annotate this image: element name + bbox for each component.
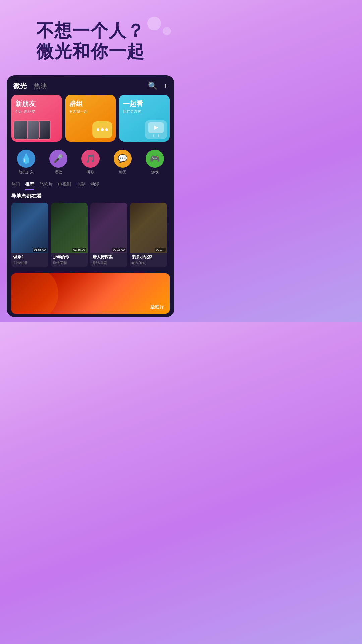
groups-title: 群组 (69, 99, 112, 108)
movie-genre-m1: 剧情/犯罪 (11, 261, 48, 267)
movie-duration-m4: 02:1... (155, 248, 166, 252)
movie-thumb-bg-m3 (90, 203, 127, 253)
movies-section: 异地恋都在看 01:58:00 误杀2 剧情/犯罪 02:35:00 少年的你 … (7, 193, 174, 271)
category-tabs: 热门 推荐 恐怖片 电视剧 电影 动漫 (7, 179, 174, 193)
movie-thumb-tangrenjie: 02:16:00 (90, 203, 127, 253)
watch-together-title: 一起看 (123, 99, 166, 108)
watch-together-sub: 陪伴更温暖 (123, 109, 166, 114)
tv-leg-right (158, 134, 159, 137)
deco-circle-small (163, 27, 171, 35)
movie-genre-m2: 剧情/爱情 (51, 261, 88, 267)
search-icon[interactable]: 🔍 (148, 82, 157, 90)
sing-icon-wrap: 🎤 (49, 150, 67, 168)
game-icon-wrap: 🎮 (146, 150, 164, 168)
tv-screen (148, 122, 164, 133)
dot-2 (101, 128, 104, 131)
movie-genre-m4: 动作/奇幻 (130, 261, 167, 267)
random-join-icon-wrap: 💧 (17, 150, 35, 168)
cat-tab-anime[interactable]: 动漫 (90, 181, 99, 190)
section-title: 异地恋都在看 (11, 193, 170, 199)
movie-duration-m3: 02:16:00 (112, 248, 126, 252)
feature-cards-row: 新朋友 4.6万新朋友 群组 有趣聚一起 一起看 陪伴更温暖 (7, 95, 174, 146)
dot-row (97, 128, 108, 131)
movie-genre-m3: 悬疑/喜剧 (90, 261, 127, 267)
feature-card-watch-together[interactable]: 一起看 陪伴更温暖 (119, 95, 170, 142)
sing-icon: 🎤 (53, 154, 63, 163)
game-label: 游戏 (151, 170, 159, 175)
listen-icon-wrap: 🎵 (81, 150, 100, 168)
groups-sub: 有趣聚一起 (69, 109, 112, 114)
random-join-icon: 💧 (20, 153, 32, 164)
func-listen[interactable]: 🎵 听歌 (81, 150, 100, 175)
movie-card-shaoniandeni[interactable]: 02:35:00 少年的你 剧情/爱情 (51, 203, 88, 267)
movie-title-m1: 误杀2 (11, 253, 48, 261)
deco-circle-large (147, 17, 161, 30)
movie-title-m2: 少年的你 (51, 253, 88, 261)
movie-thumb-shaoniandeni: 02:35:00 (51, 203, 88, 253)
nav-tab-weiguang[interactable]: 微光 (13, 82, 27, 91)
add-icon[interactable]: + (163, 82, 168, 90)
movie-title-m4: 刺杀小说家 (130, 253, 167, 261)
hero-title: 不想一个人？ 微光和你一起 (10, 20, 171, 62)
movie-thumb-cisha: 02:1... (130, 203, 167, 253)
hero-section: 不想一个人？ 微光和你一起 (0, 0, 181, 72)
func-game[interactable]: 🎮 游戏 (146, 150, 164, 175)
tv-leg-left (153, 134, 154, 137)
bottom-preview-label: 放映厅 (150, 304, 164, 310)
cat-tab-recommend[interactable]: 推荐 (25, 181, 34, 190)
listen-icon: 🎵 (85, 154, 96, 163)
new-friends-sub: 4.6万新朋友 (15, 109, 58, 114)
avatar-1 (13, 120, 28, 140)
chat-label: 聊天 (119, 170, 126, 175)
tv-legs (153, 134, 159, 137)
movie-thumb-bg-m4 (130, 203, 167, 253)
new-friends-title: 新朋友 (15, 99, 58, 108)
movie-card-wusha2[interactable]: 01:58:00 误杀2 剧情/犯罪 (11, 203, 48, 267)
movie-thumb-bg-m2 (51, 203, 88, 253)
movie-thumb-wusha2: 01:58:00 (11, 203, 48, 253)
nav-actions: 🔍 + (148, 82, 168, 90)
tv-icon (145, 120, 167, 139)
movie-title-m3: 唐人街探案 (90, 253, 127, 261)
chat-icon: 💬 (118, 154, 128, 163)
nav-bar: 微光 热映 🔍 + (7, 75, 174, 95)
sing-label: 唱歌 (55, 170, 62, 175)
movie-card-cisha[interactable]: 02:1... 刺杀小说家 动作/奇幻 (130, 203, 167, 267)
play-icon (154, 126, 158, 130)
nav-tab-hotscreen[interactable]: 热映 (34, 82, 47, 91)
cat-tab-horror[interactable]: 恐怖片 (40, 181, 53, 190)
movie-card-tangrenjie[interactable]: 02:16:00 唐人街探案 悬疑/喜剧 (90, 203, 127, 267)
people-stack (13, 120, 48, 140)
dot-1 (97, 128, 99, 131)
app-card: 微光 热映 🔍 + 新朋友 4.6万新朋友 群组 有趣聚一起 (7, 75, 174, 317)
func-chat[interactable]: 💬 聊天 (114, 150, 132, 175)
movie-thumb-bg-m1 (11, 203, 48, 253)
game-icon: 🎮 (150, 154, 160, 163)
feature-card-new-friends[interactable]: 新朋友 4.6万新朋友 (11, 95, 62, 142)
random-join-label: 随机加入 (19, 170, 34, 175)
function-row: 💧 随机加入 🎤 唱歌 🎵 听歌 💬 聊天 🎮 游戏 (7, 146, 174, 179)
chat-bubble-icon (92, 121, 112, 138)
cat-tab-movie[interactable]: 电影 (76, 181, 85, 190)
feature-card-groups[interactable]: 群组 有趣聚一起 (65, 95, 116, 142)
cat-tab-hot[interactable]: 热门 (11, 181, 20, 190)
swirl-deco (11, 273, 58, 314)
dot-3 (105, 128, 108, 131)
listen-label: 听歌 (87, 170, 94, 175)
func-sing[interactable]: 🎤 唱歌 (49, 150, 67, 175)
func-random-join[interactable]: 💧 随机加入 (17, 150, 35, 175)
movie-duration-m2: 02:35:00 (72, 248, 86, 252)
movie-row: 01:58:00 误杀2 剧情/犯罪 02:35:00 少年的你 剧情/爱情 0… (11, 203, 170, 267)
chat-icon-wrap: 💬 (114, 150, 132, 168)
movie-duration-m1: 01:58:00 (33, 248, 47, 252)
cat-tab-tv[interactable]: 电视剧 (58, 181, 71, 190)
bottom-preview[interactable]: 放映厅 (11, 273, 170, 314)
